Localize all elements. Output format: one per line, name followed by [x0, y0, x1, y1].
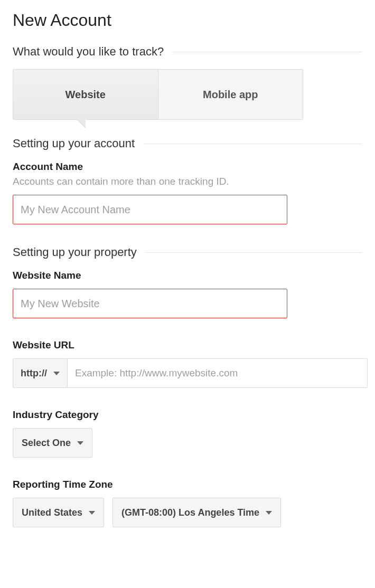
industry-field: Industry Category Select One	[13, 409, 362, 458]
property-heading-row: Setting up your property	[13, 245, 362, 259]
tab-website-label: Website	[65, 89, 106, 101]
industry-select[interactable]: Select One	[13, 428, 92, 458]
account-name-hint: Accounts can contain more than one track…	[13, 176, 362, 187]
website-url-label: Website URL	[13, 339, 362, 351]
track-heading-row: What would you like to track?	[13, 45, 362, 59]
divider	[172, 52, 362, 52]
timezone-label: Reporting Time Zone	[13, 479, 362, 490]
timezone-country-value: United States	[22, 507, 82, 518]
website-name-input[interactable]	[13, 289, 287, 318]
account-heading: Setting up your account	[13, 137, 135, 150]
caret-down-icon	[77, 441, 83, 445]
website-name-field: Website Name	[13, 270, 362, 318]
timezone-country-select[interactable]: United States	[13, 498, 104, 527]
website-url-field: Website URL http://	[13, 339, 362, 388]
divider	[143, 144, 362, 144]
timezone-field: Reporting Time Zone United States (GMT-0…	[13, 479, 362, 527]
account-name-input[interactable]	[13, 195, 287, 224]
track-tabs: Website Mobile app	[13, 69, 303, 120]
timezone-row: United States (GMT-08:00) Los Angeles Ti…	[13, 498, 362, 527]
tab-mobile-app[interactable]: Mobile app	[158, 70, 303, 119]
caret-down-icon	[89, 511, 95, 515]
caret-down-icon	[266, 511, 272, 515]
protocol-value: http://	[21, 368, 47, 379]
tab-mobile-app-label: Mobile app	[203, 89, 258, 101]
website-url-input[interactable]	[68, 358, 368, 388]
caret-down-icon	[53, 372, 60, 375]
account-heading-row: Setting up your account	[13, 137, 362, 150]
timezone-offset-value: (GMT-08:00) Los Angeles Time	[121, 507, 259, 518]
property-heading: Setting up your property	[13, 245, 137, 259]
tab-website[interactable]: Website	[13, 70, 158, 119]
website-name-label: Website Name	[13, 270, 362, 281]
protocol-select[interactable]: http://	[13, 358, 68, 388]
industry-label: Industry Category	[13, 409, 362, 421]
timezone-offset-select[interactable]: (GMT-08:00) Los Angeles Time	[112, 498, 281, 527]
account-name-field: Account Name Accounts can contain more t…	[13, 161, 362, 224]
website-url-row: http://	[13, 358, 368, 388]
page-title: New Account	[13, 11, 362, 30]
divider	[145, 252, 362, 253]
industry-value: Select One	[22, 438, 71, 449]
account-name-label: Account Name	[13, 161, 362, 173]
track-heading: What would you like to track?	[13, 45, 164, 59]
